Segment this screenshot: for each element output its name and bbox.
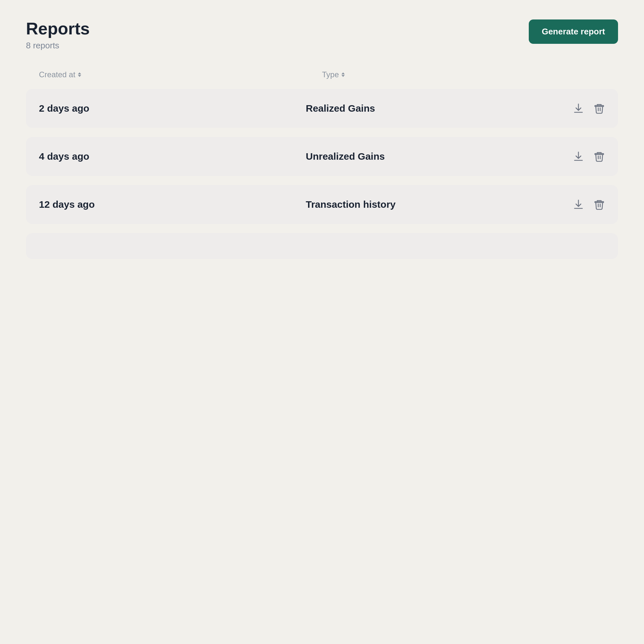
- row-actions: [573, 199, 605, 210]
- report-count: 8 reports: [26, 41, 90, 51]
- header-left: Reports 8 reports: [26, 19, 90, 51]
- column-header-type[interactable]: Type: [322, 70, 605, 79]
- report-date: 12 days ago: [39, 199, 299, 210]
- column-label-created-at: Created at: [39, 70, 75, 79]
- download-button[interactable]: [573, 151, 584, 162]
- generate-report-button[interactable]: Generate report: [529, 19, 618, 44]
- download-icon: [573, 151, 584, 162]
- page-header: Reports 8 reports Generate report: [26, 19, 618, 51]
- report-date: 4 days ago: [39, 151, 299, 162]
- column-label-type: Type: [322, 70, 339, 79]
- report-date: 2 days ago: [39, 103, 299, 114]
- sort-icon-created-at: [78, 72, 81, 77]
- report-type: Transaction history: [306, 199, 566, 210]
- sort-icon-type: [341, 72, 345, 77]
- delete-button[interactable]: [593, 103, 605, 114]
- row-actions: [573, 151, 605, 162]
- download-button[interactable]: [573, 103, 584, 114]
- download-icon: [573, 199, 584, 210]
- report-list: 2 days ago Realized Gains: [26, 89, 618, 224]
- report-type: Realized Gains: [306, 103, 566, 114]
- trash-icon: [593, 199, 605, 210]
- report-type: Unrealized Gains: [306, 151, 566, 162]
- report-row: 2 days ago Realized Gains: [26, 89, 618, 128]
- download-icon: [573, 103, 584, 114]
- report-row: 12 days ago Transaction history: [26, 185, 618, 224]
- trash-icon: [593, 103, 605, 114]
- partial-row: [26, 233, 618, 259]
- trash-icon: [593, 151, 605, 162]
- row-actions: [573, 103, 605, 114]
- column-header-created-at[interactable]: Created at: [39, 70, 322, 79]
- page-title: Reports: [26, 19, 90, 38]
- delete-button[interactable]: [593, 151, 605, 162]
- download-button[interactable]: [573, 199, 584, 210]
- delete-button[interactable]: [593, 199, 605, 210]
- table-header: Created at Type: [26, 70, 618, 86]
- report-row: 4 days ago Unrealized Gains: [26, 137, 618, 176]
